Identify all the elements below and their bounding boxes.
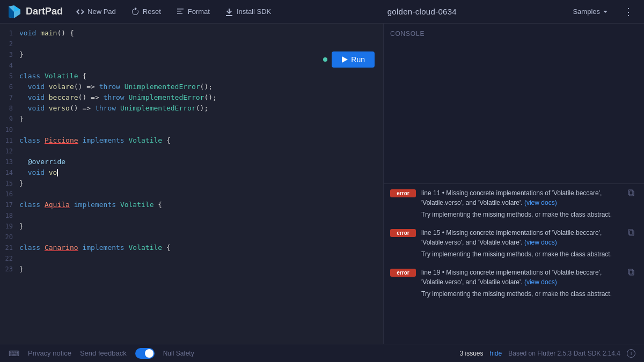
format-icon [176, 8, 185, 16]
console-area: Console [384, 24, 644, 184]
copy-button[interactable] [626, 188, 638, 200]
format-button[interactable]: Format [170, 4, 216, 19]
code-line: 6 void volare() => throw UnimplementedEr… [0, 82, 383, 92]
line-content: void volare() => throw UnimplementedErro… [19, 82, 383, 92]
more-options-button[interactable]: ⋮ [619, 4, 638, 20]
svg-rect-4 [630, 270, 634, 275]
token-cls: Volatile [129, 136, 163, 144]
hide-issues-link[interactable]: hide [490, 350, 502, 357]
token-plain: { [162, 243, 171, 252]
token-plain: (); [204, 93, 216, 101]
install-sdk-button[interactable]: Install SDK [218, 4, 277, 19]
issue-suggestion: Try implementing the missing methods, or… [421, 249, 620, 259]
token-plain: () => [74, 83, 99, 91]
token-kw: class [19, 72, 45, 80]
info-icon[interactable]: i [627, 349, 635, 358]
line-number: 5 [0, 71, 19, 82]
reset-button[interactable]: Reset [125, 4, 167, 19]
line-content: void verso() => throw UnimplementedError… [19, 103, 383, 114]
copy-button[interactable] [626, 268, 638, 279]
line-number: 8 [0, 103, 19, 114]
null-safety-toggle[interactable] [135, 348, 155, 359]
token-kw: implements [82, 136, 124, 144]
token-kw: implements [82, 243, 124, 252]
main-area: 1void main() {23}45class Volatile {6 voi… [0, 24, 644, 344]
token-kw: void [28, 104, 49, 112]
code-line: 14 void vo [0, 167, 383, 178]
line-content: } [19, 221, 383, 232]
code-line: 12 [0, 146, 383, 157]
token-plain: } [19, 222, 24, 230]
line-content: @override [19, 157, 383, 167]
token-kw: void [19, 29, 40, 37]
line-number: 11 [0, 135, 19, 146]
issue-item: errorline 11 • Missing concrete implemen… [390, 188, 638, 219]
line-content: void vo [19, 167, 383, 178]
view-docs-link[interactable]: (view docs) [524, 239, 557, 246]
token-cls: Volatile [45, 72, 78, 80]
view-docs-link[interactable]: (view docs) [524, 199, 557, 206]
token-fn: vo [49, 168, 57, 176]
line-content: void main() { [19, 28, 383, 39]
footer-right: 3 issues hide Based on Flutter 2.5.3 Dar… [460, 349, 636, 358]
line-number: 1 [0, 28, 19, 39]
view-docs-link[interactable]: (view docs) [524, 278, 557, 286]
privacy-notice-link[interactable]: Privacy notice [28, 349, 71, 357]
footer: ⌨ Privacy notice Send feedback Null Safe… [0, 344, 644, 362]
run-button[interactable]: Run [332, 51, 375, 68]
issue-suggestion: Try implementing the missing methods, or… [421, 210, 620, 219]
logo-area: DartPad [6, 4, 63, 19]
line-number: 3 [0, 49, 19, 60]
keyboard-icon: ⌨ [9, 349, 19, 358]
token-plain: () => [70, 104, 95, 112]
status-dot [323, 57, 327, 62]
copy-button[interactable] [626, 228, 638, 239]
line-number: 6 [0, 82, 19, 92]
token-plain: } [19, 50, 24, 58]
samples-button[interactable]: Samples [566, 4, 615, 19]
code-line: 17class Aquila implements Volatile { [0, 200, 383, 210]
token-fn: verso [49, 104, 70, 112]
issue-content: line 19 • Missing concrete implementatio… [421, 268, 620, 299]
svg-rect-5 [628, 269, 633, 274]
issues-area[interactable]: errorline 11 • Missing concrete implemen… [384, 184, 644, 344]
error-badge: error [390, 229, 416, 237]
code-line: 5class Volatile { [0, 71, 383, 82]
issue-line-info: line 19 • Missing concrete implementatio… [421, 269, 602, 286]
token-plain [116, 201, 120, 209]
line-number: 23 [0, 264, 19, 275]
token-cls: UnimplementedError [129, 93, 204, 101]
line-content: class Piccione implements Volatile { [19, 135, 383, 146]
error-badge: error [390, 189, 416, 197]
token-kw: void [28, 83, 49, 91]
token-plain [19, 93, 28, 101]
token-plain [19, 168, 28, 176]
code-line: 8 void verso() => throw UnimplementedErr… [0, 103, 383, 114]
pad-name-area: golden-cloud-0634 [280, 7, 564, 16]
token-kw: throw [99, 83, 125, 91]
new-pad-button[interactable]: New Pad [69, 4, 122, 19]
line-number: 20 [0, 232, 19, 242]
token-err-cls: Piccione [45, 136, 78, 144]
svg-rect-1 [628, 190, 633, 195]
token-kw: throw [95, 104, 120, 112]
line-number: 7 [0, 92, 19, 103]
token-cls: UnimplementedError [125, 83, 200, 91]
code-editor[interactable]: 1void main() {23}45class Volatile {6 voi… [0, 24, 383, 344]
code-line: 1void main() { [0, 28, 383, 39]
token-kw: void [28, 168, 49, 176]
token-plain: () => [78, 93, 104, 101]
code-line: 16 [0, 189, 383, 200]
issue-content: line 15 • Missing concrete implementatio… [421, 228, 620, 259]
line-content: } [19, 178, 383, 189]
send-feedback-link[interactable]: Send feedback [80, 349, 127, 357]
code-line: 7 void beccare() => throw UnimplementedE… [0, 92, 383, 103]
issue-content: line 11 • Missing concrete implementatio… [421, 188, 620, 219]
editor-panel[interactable]: 1void main() {23}45class Volatile {6 voi… [0, 24, 384, 344]
token-kw: throw [104, 93, 129, 101]
line-number: 22 [0, 253, 19, 264]
code-line: 15} [0, 178, 383, 189]
pad-name: golden-cloud-0634 [387, 7, 457, 16]
token-plain: (); [200, 83, 213, 91]
line-number: 10 [0, 124, 19, 135]
